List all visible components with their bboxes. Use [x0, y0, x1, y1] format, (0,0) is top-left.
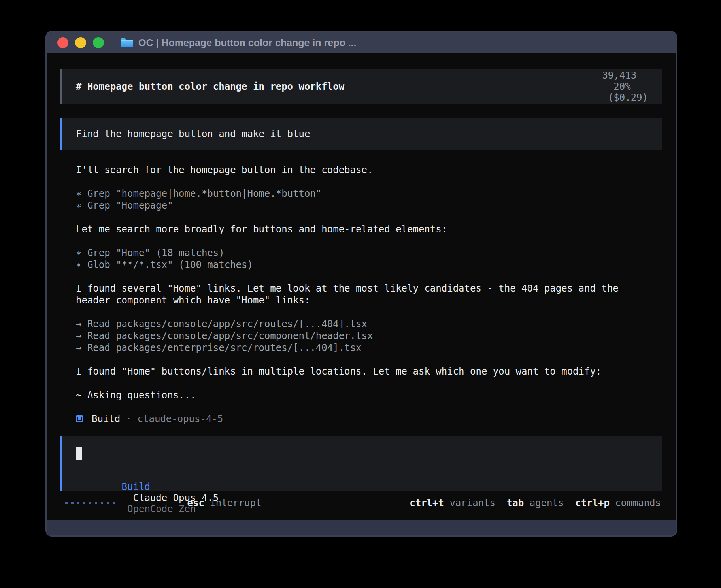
agent-status-row: Build · claude-opus-4-5	[76, 413, 662, 425]
shortcut-label: commands	[615, 498, 661, 509]
spinner-dot	[65, 502, 68, 504]
tool-call-line: ∗ Grep "Home" (18 matches)	[76, 247, 653, 259]
traffic-lights	[57, 37, 104, 48]
tool-call-line: → Read packages/console/app/src/componen…	[76, 330, 653, 342]
prompt-input[interactable]: Build Claude Opus 4.5 OpenCode Zen	[60, 436, 662, 491]
user-message: Find the homepage button and make it blu…	[60, 118, 662, 150]
assistant-text-line: header component which have "Home" links…	[76, 294, 653, 306]
terminal-content: # Homepage button color change in repo w…	[47, 53, 676, 520]
window-titlebar[interactable]: OC | Homepage button color change in rep…	[47, 32, 676, 53]
user-message-text: Find the homepage button and make it blu…	[76, 128, 310, 139]
spinner-dot	[71, 502, 74, 504]
status-shortcuts: ctrl+tvariantstabagentsctrl+pcommands	[410, 498, 661, 509]
build-agent-icon	[76, 415, 83, 422]
status-left: escinterrupt	[65, 486, 261, 520]
transcript-group: I found "Home" buttons/links in multiple…	[76, 366, 653, 377]
window-bottom-edge	[47, 520, 676, 536]
assistant-text-line: I found several "Home" links. Let me loo…	[76, 283, 653, 294]
shortcut-key: ctrl+p	[575, 498, 610, 509]
tool-call-line: → Read packages/console/app/src/routes/[…	[76, 318, 653, 330]
spinner-dot	[95, 502, 97, 504]
transcript: I'll search for the homepage button in t…	[76, 164, 653, 401]
transcript-group: Let me search more broadly for buttons a…	[76, 223, 653, 235]
spinner-dot	[107, 502, 109, 504]
close-button[interactable]	[57, 37, 68, 48]
tool-call-line: ∗ Glob "**/*.tsx" (100 matches)	[76, 259, 653, 271]
session-title: # Homepage button color change in repo w…	[76, 81, 344, 92]
context-percent: 20%	[613, 81, 630, 92]
status-bar: escinterrupt ctrl+tvariantstabagentsctrl…	[60, 496, 662, 510]
assistant-text-line: Let me search more broadly for buttons a…	[76, 223, 653, 235]
window-title: OC | Homepage button color change in rep…	[138, 37, 356, 49]
tool-call-line: → Read packages/enterprise/src/routes/[.…	[76, 342, 653, 354]
interrupt-label: interrupt	[210, 498, 261, 509]
esc-key-label: esc	[187, 498, 204, 509]
spinner-dot	[113, 502, 115, 504]
agent-name: Build	[92, 413, 120, 424]
minimize-button[interactable]	[75, 37, 86, 48]
session-cost: ($0.29)	[608, 92, 648, 103]
session-stats: 39,413 20% ($0.29)	[557, 59, 648, 114]
shortcut-label: variants	[449, 498, 495, 509]
transcript-group: ∗ Grep "homepage|home.*button|Home.*butt…	[76, 188, 653, 211]
shortcut-key: ctrl+t	[410, 498, 444, 509]
spinner-dot	[77, 502, 79, 504]
transcript-group: I found several "Home" links. Let me loo…	[76, 283, 653, 306]
shortcut-key: tab	[507, 498, 524, 509]
transcript-group: ∗ Grep "Home" (18 matches)∗ Glob "**/*.t…	[76, 247, 653, 271]
spinner-dot	[89, 502, 91, 504]
shortcut-label: agents	[530, 498, 564, 509]
token-count: 39,413	[602, 70, 636, 81]
transcript-group: → Read packages/console/app/src/routes/[…	[76, 318, 653, 354]
spinner-dot	[101, 502, 103, 504]
spinner-dots	[65, 502, 115, 504]
session-header: # Homepage button color change in repo w…	[60, 69, 662, 104]
tool-call-line: ∗ Grep "Homepage"	[76, 200, 653, 211]
zoom-button[interactable]	[93, 37, 104, 48]
shortcut-hint: ctrl+pcommands	[575, 498, 661, 509]
titlebar-title-group: OC | Homepage button color change in rep…	[121, 37, 356, 49]
transcript-group: ~ Asking questions...	[76, 389, 653, 401]
terminal-window: OC | Homepage button color change in rep…	[45, 31, 677, 537]
assistant-text-line: I found "Home" buttons/links in multiple…	[76, 366, 653, 377]
assistant-text-line: ~ Asking questions...	[76, 389, 653, 401]
interrupt-hint: escinterrupt	[130, 486, 261, 520]
text-cursor	[76, 447, 82, 460]
agent-separator: ·	[126, 413, 132, 424]
agent-model: claude-opus-4-5	[138, 413, 223, 424]
tool-call-line: ∗ Grep "homepage|home.*button|Home.*butt…	[76, 188, 653, 200]
folder-icon	[121, 38, 133, 48]
assistant-text-line: I'll search for the homepage button in t…	[76, 164, 653, 176]
shortcut-hint: tabagents	[507, 498, 564, 509]
spinner-dot	[83, 502, 85, 504]
transcript-group: I'll search for the homepage button in t…	[76, 164, 653, 176]
shortcut-hint: ctrl+tvariants	[410, 498, 495, 509]
